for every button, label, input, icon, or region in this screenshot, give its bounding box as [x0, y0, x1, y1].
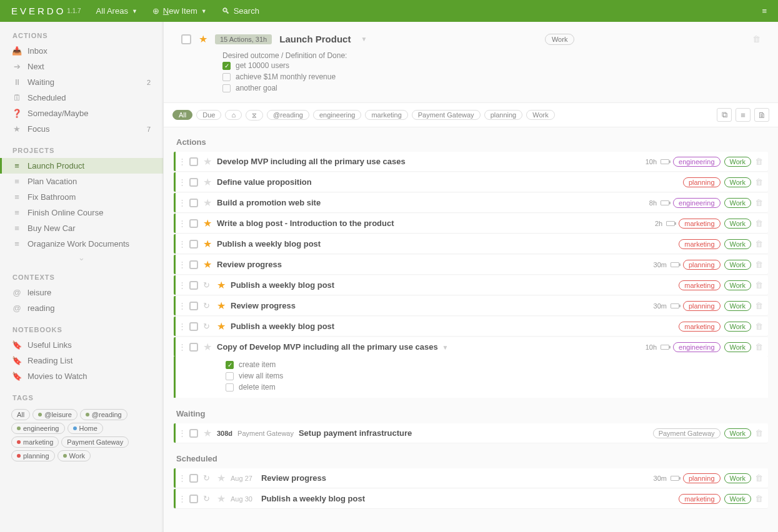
label-marketing[interactable]: marketing — [679, 322, 720, 332]
trash-icon[interactable]: 🗑 — [755, 198, 763, 207]
filter-chip-work[interactable]: Work — [526, 110, 554, 120]
tag-home[interactable]: Home — [67, 423, 103, 434]
star-icon[interactable]: ★ — [199, 33, 207, 45]
trash-icon[interactable]: 🗑 — [755, 342, 763, 352]
task-row[interactable]: ⋮⋮ ★ Copy of Develop MVP including all t… — [174, 337, 768, 357]
label-engineering[interactable]: engineering — [673, 198, 721, 208]
label-marketing[interactable]: marketing — [679, 219, 720, 229]
filter-due[interactable]: Due — [196, 110, 221, 120]
task-checkbox[interactable] — [189, 322, 198, 331]
sidebar-notebook-movies-to-watch[interactable]: 🔖 Movies to Watch — [0, 368, 163, 384]
task-checkbox[interactable] — [189, 474, 198, 483]
chevron-down-icon[interactable]: ▼ — [441, 344, 449, 351]
drag-handle-icon[interactable]: ⋮⋮ — [178, 157, 184, 166]
sliders-icon[interactable]: ≡ — [736, 108, 751, 122]
drag-handle-icon[interactable]: ⋮⋮ — [178, 198, 184, 207]
label-marketing[interactable]: marketing — [679, 494, 720, 504]
star-icon[interactable]: ★ — [203, 341, 212, 353]
tag-planning[interactable]: planning — [11, 450, 55, 461]
sidebar-item-scheduled[interactable]: 🗓 Scheduled — [0, 90, 163, 106]
label-work[interactable]: Work — [724, 342, 751, 352]
sidebar-item-waiting[interactable]: ⏸ Waiting 2 — [0, 74, 163, 90]
task-checkbox[interactable] — [189, 495, 198, 503]
chevron-down-icon[interactable]: ▼ — [361, 36, 367, 42]
tag-engineering[interactable]: engineering — [11, 423, 65, 434]
projects-collapse[interactable]: ⌄ — [0, 252, 163, 264]
task-row[interactable]: ⋮⋮ ↻ ★ Review progress 30m planningWork … — [174, 296, 768, 315]
tag-payment-gateway[interactable]: Payment Gateway — [61, 436, 129, 448]
label-work[interactable]: Work — [724, 177, 751, 187]
label-engineering[interactable]: engineering — [673, 157, 721, 167]
trash-icon[interactable]: 🗑 — [755, 260, 763, 269]
sidebar-item-focus[interactable]: ★ Focus 7 — [0, 121, 163, 137]
sidebar-project-buy-new-car[interactable]: ≡ Buy New Car — [0, 220, 163, 236]
label-payment-gateway[interactable]: Payment Gateway — [653, 428, 721, 438]
checkbox-icon[interactable] — [222, 73, 231, 81]
trash-icon[interactable]: 🗑 — [755, 301, 763, 310]
task-checkbox[interactable] — [189, 302, 198, 310]
filter-chip-payment-gateway[interactable]: Payment Gateway — [412, 110, 481, 120]
outcome-item[interactable]: ✓ get 10000 users — [222, 60, 761, 71]
task-checkbox[interactable] — [189, 240, 198, 249]
trash-icon[interactable]: 🗑 — [755, 280, 763, 290]
label-work[interactable]: Work — [724, 157, 751, 167]
task-checkbox[interactable] — [189, 343, 198, 352]
star-icon[interactable]: ★ — [217, 279, 226, 291]
label-planning[interactable]: planning — [683, 301, 721, 311]
areas-dropdown[interactable]: All Areas ▼ — [96, 6, 137, 16]
tag--leisure[interactable]: @leisure — [32, 409, 77, 420]
drag-handle-icon[interactable]: ⋮⋮ — [178, 239, 184, 249]
filter-chip-planning[interactable]: planning — [484, 110, 523, 120]
checkbox-icon[interactable]: ✓ — [222, 62, 231, 70]
label-planning[interactable]: planning — [683, 260, 721, 270]
area-chip[interactable]: Work — [545, 34, 574, 45]
sidebar-project-fix-bathroom[interactable]: ≡ Fix Bathroom — [0, 189, 163, 205]
drag-handle-icon[interactable]: ⋮⋮ — [178, 322, 184, 331]
star-icon[interactable]: ★ — [203, 259, 212, 270]
drag-handle-icon[interactable]: ⋮⋮ — [178, 428, 184, 438]
outcome-item[interactable]: another goal — [222, 82, 761, 94]
sidebar-notebook-useful-links[interactable]: 🔖 Useful Links — [0, 337, 163, 353]
drag-handle-icon[interactable]: ⋮⋮ — [178, 473, 184, 483]
drag-handle-icon[interactable]: ⋮⋮ — [178, 177, 184, 187]
task-row[interactable]: ⋮⋮ ★ Build a promotion web site 8h engin… — [174, 193, 768, 212]
star-icon[interactable]: ★ — [203, 238, 212, 250]
label-work[interactable]: Work — [724, 280, 751, 290]
task-checkbox[interactable] — [189, 157, 198, 166]
filter-chip-marketing[interactable]: marketing — [365, 110, 407, 120]
task-row[interactable]: ⋮⋮ ★ 308d Payment Gateway Setup payment … — [174, 423, 768, 443]
label-marketing[interactable]: marketing — [679, 239, 720, 249]
project-title[interactable]: Launch Product — [279, 34, 351, 44]
note-icon[interactable]: 🗎 — [754, 108, 769, 122]
filter-tag-icon[interactable]: ⌂ — [225, 110, 242, 120]
label-work[interactable]: Work — [724, 473, 751, 483]
trash-icon[interactable]: 🗑 — [755, 219, 763, 228]
label-work[interactable]: Work — [724, 260, 751, 270]
sidebar-project-oraganize-work-documents[interactable]: ≡ Oraganize Work Documents — [0, 236, 163, 252]
filter-all[interactable]: All — [172, 110, 192, 120]
task-row[interactable]: ⋮⋮ ★ Write a blog post - Introduction to… — [174, 214, 768, 233]
trash-icon[interactable]: 🗑 — [755, 157, 763, 166]
sidebar-project-launch-product[interactable]: ≡ Launch Product — [0, 158, 163, 174]
trash-icon[interactable]: 🗑 — [755, 177, 763, 187]
tag--reading[interactable]: @reading — [80, 409, 127, 420]
sidebar-project-finish-online-course[interactable]: ≡ Finish Online Course — [0, 205, 163, 220]
task-row[interactable]: ⋮⋮ ↻ ★ Publish a weekly blog post market… — [174, 317, 768, 336]
task-checkbox[interactable] — [189, 281, 198, 290]
task-row[interactable]: ⋮⋮ ★ Develop MVP including all the prima… — [174, 152, 768, 171]
sidebar-context-leisure[interactable]: @ leisure — [0, 285, 163, 300]
new-item-button[interactable]: ⊕ New Item ▼ — [152, 6, 207, 16]
task-row[interactable]: ⋮⋮ ★ Review progress 30m planningWork 🗑 — [174, 255, 768, 274]
label-work[interactable]: Work — [724, 428, 751, 438]
label-planning[interactable]: planning — [683, 177, 721, 187]
label-work[interactable]: Work — [724, 494, 751, 504]
trash-icon[interactable]: 🗑 — [755, 473, 763, 483]
filter-time-icon[interactable]: ⧖ — [246, 110, 263, 121]
task-checkbox[interactable] — [189, 178, 198, 187]
filter-chip-engineering[interactable]: engineering — [313, 110, 362, 120]
star-icon[interactable]: ★ — [217, 320, 226, 332]
task-row[interactable]: ⋮⋮ ↻ ★ Aug 30 Publish a weekly blog post… — [174, 489, 768, 508]
star-icon[interactable]: ★ — [203, 155, 212, 167]
label-work[interactable]: Work — [724, 301, 751, 311]
trash-icon[interactable]: 🗑 — [755, 494, 763, 503]
